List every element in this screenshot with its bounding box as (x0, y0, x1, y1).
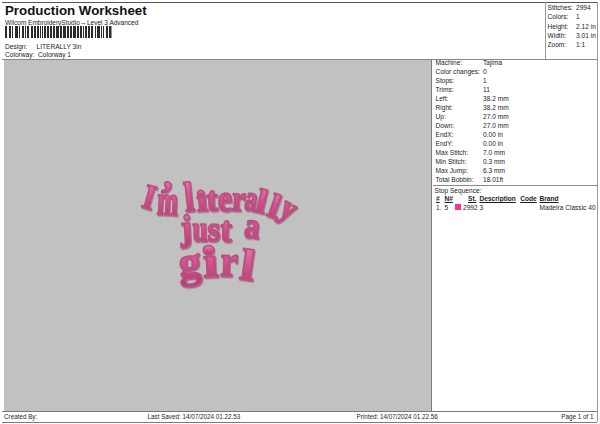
svg-text:r: r (220, 236, 239, 285)
svg-text:l: l (237, 240, 258, 290)
svg-text:m: m (156, 176, 179, 223)
svg-text:g: g (177, 236, 203, 287)
